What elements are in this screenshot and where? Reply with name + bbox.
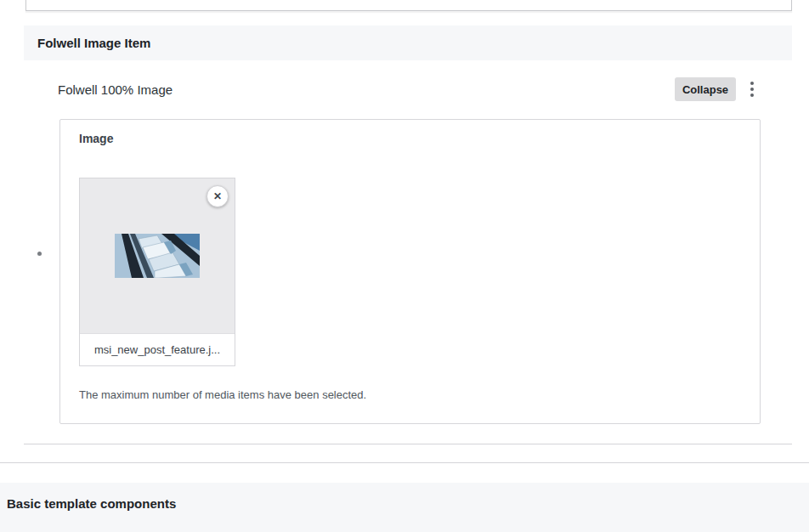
kebab-menu-icon[interactable] (746, 80, 758, 99)
remove-attachment-button[interactable]: ✕ (206, 185, 229, 207)
max-items-message: The maximum number of media items have b… (79, 388, 741, 401)
image-field-panel: Image ✕ msi_n (59, 119, 761, 424)
image-field-label: Image (79, 132, 741, 145)
media-attachment-card[interactable]: ✕ msi_new_post_feature.j... (79, 178, 235, 366)
collapse-button[interactable]: Collapse (675, 77, 736, 101)
section-header: Folwell Image Item (24, 25, 792, 60)
page-divider (0, 462, 809, 463)
page: Folwell Image Item Folwell 100% Image Co… (0, 0, 809, 532)
field-row: Folwell 100% Image Collapse (58, 76, 758, 102)
kebab-dot (750, 93, 754, 97)
attachment-thumbnail-image (115, 234, 200, 278)
section-title: Folwell Image Item (37, 36, 150, 50)
row-actions: Collapse (675, 77, 758, 101)
basic-template-components-section: Basic template components (0, 483, 809, 532)
bottom-section-title: Basic template components (7, 496, 809, 511)
list-bullet-dot (37, 252, 42, 256)
section-divider (24, 444, 792, 444)
kebab-dot (750, 88, 754, 91)
previous-panel-remnant (25, 0, 792, 11)
close-icon: ✕ (213, 191, 222, 201)
attachment-filename: msi_new_post_feature.j... (80, 334, 235, 365)
field-label: Folwell 100% Image (58, 82, 173, 97)
kebab-dot (750, 82, 754, 85)
